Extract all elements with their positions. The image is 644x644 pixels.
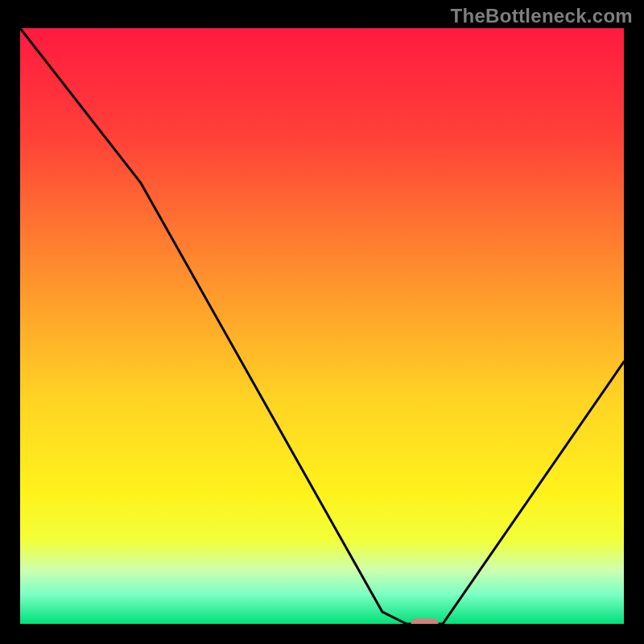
chart-root: TheBottleneck.com xyxy=(0,0,644,644)
gradient-background xyxy=(20,28,624,624)
watermark-text: TheBottleneck.com xyxy=(451,5,633,27)
plot-area xyxy=(20,28,624,624)
optimum-marker xyxy=(411,619,439,625)
plot-svg xyxy=(20,28,624,624)
